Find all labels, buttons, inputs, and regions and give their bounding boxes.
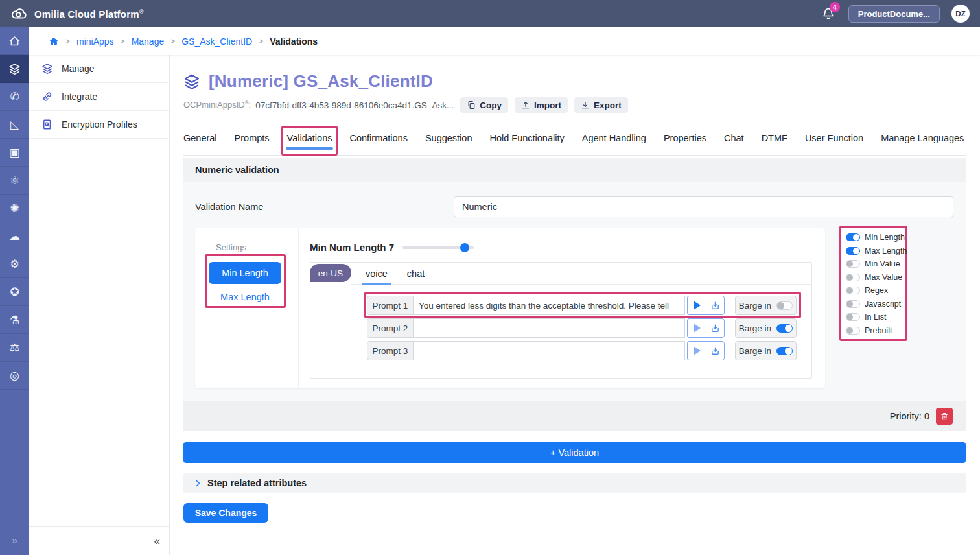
min-length-setting-button[interactable]: Min Length — [209, 262, 281, 284]
rail-experiments-icon[interactable]: ⚗ — [0, 306, 29, 334]
tab-suggestion[interactable]: Suggestion — [425, 125, 472, 155]
regex-toggle[interactable] — [846, 287, 860, 294]
prompt-3-barge-in[interactable]: Barge in — [735, 341, 797, 360]
prompt-1-barge-in[interactable]: Barge in — [735, 296, 797, 315]
step-related-attributes-expander[interactable]: Step related attributes — [183, 473, 966, 493]
tab-confirmations[interactable]: Confirmations — [349, 125, 407, 155]
language-tabs-column: en-US — [310, 263, 351, 378]
upload-icon — [521, 100, 530, 110]
toggle-row-prebuilt: Prebuilt — [846, 324, 905, 338]
rail-compliance-icon[interactable]: ⚖ — [0, 334, 29, 362]
max-length-setting-button[interactable]: Max Length — [209, 289, 281, 305]
validation-name-label: Validation Name — [195, 202, 454, 212]
rail-insights-icon[interactable]: ✺ — [0, 195, 29, 222]
tab-user-function[interactable]: User Function — [805, 125, 863, 155]
tab-validations[interactable]: Validations — [287, 125, 332, 155]
prompt-1-download-button[interactable] — [706, 296, 725, 315]
toggle-label: Max Length — [865, 246, 907, 255]
prompt-2-barge-toggle[interactable] — [776, 324, 793, 333]
prompt-2-input[interactable] — [414, 318, 685, 338]
experiments-icon: ⚗ — [10, 313, 19, 327]
prebuilt-toggle[interactable] — [846, 327, 860, 335]
copy-icon — [467, 100, 476, 110]
prompt-2-play-button[interactable] — [687, 318, 706, 338]
rail-home-icon[interactable] — [0, 27, 29, 55]
rail-user-admin-icon[interactable]: ⚙ — [0, 250, 29, 278]
sidebar-item-label: Integrate — [62, 91, 97, 102]
toggle-label: Regex — [865, 286, 888, 295]
prompt-3-input[interactable] — [414, 341, 685, 360]
download-icon — [581, 100, 590, 110]
breadcrumb-manage[interactable]: Manage — [132, 36, 165, 47]
breadcrumb-home-icon[interactable] — [49, 36, 59, 47]
prompt-1-play-button[interactable] — [687, 296, 706, 315]
tab-properties[interactable]: Properties — [664, 125, 706, 155]
tab-general[interactable]: General — [183, 125, 217, 155]
prompt-2-barge-in[interactable]: Barge in — [735, 318, 797, 338]
language-tab-en-us[interactable]: en-US — [310, 264, 351, 282]
export-button-label: Export — [594, 100, 622, 110]
channel-tab-voice[interactable]: voice — [364, 263, 390, 284]
min-length-toggle[interactable] — [846, 233, 860, 241]
min-num-length-slider[interactable] — [402, 243, 474, 252]
sidebar-collapse-chevrons-icon[interactable]: « — [29, 526, 169, 555]
sidebar-item-manage[interactable]: Manage — [29, 55, 169, 83]
user-avatar[interactable]: DZ — [951, 5, 970, 23]
add-validation-button[interactable]: + Validation — [183, 442, 966, 463]
min-value-toggle[interactable] — [846, 260, 860, 268]
product-docs-button[interactable]: ProductDocume... — [848, 5, 940, 23]
tab-agent-handling[interactable]: Agent Handling — [582, 125, 646, 155]
copy-button[interactable]: Copy — [460, 97, 508, 113]
javascript-toggle[interactable] — [846, 300, 860, 308]
validation-name-input[interactable] — [454, 196, 953, 217]
prompt-1-barge-toggle[interactable] — [776, 301, 793, 310]
export-button[interactable]: Export — [574, 97, 628, 113]
insights-icon: ✺ — [10, 202, 19, 215]
import-button[interactable]: Import — [515, 97, 568, 113]
delete-validation-button[interactable] — [936, 408, 953, 425]
design-tools-icon: ◺ — [10, 118, 19, 132]
sidebar-item-integrate[interactable]: Integrate — [29, 83, 169, 111]
toggle-row-min-length: Min Length — [846, 231, 905, 244]
notification-count-badge: 4 — [830, 2, 840, 12]
breadcrumb-miniapps[interactable]: miniApps — [76, 36, 114, 47]
copy-button-label: Copy — [480, 100, 502, 110]
user-admin-icon: ⚙ — [10, 257, 19, 271]
tab-manage-languages[interactable]: Manage Languages — [881, 125, 964, 155]
prompt-3-barge-toggle[interactable] — [776, 347, 793, 355]
sidebar-item-encryption-profiles[interactable]: Encryption Profiles — [29, 111, 169, 139]
prompt-3-play-button[interactable] — [687, 341, 706, 360]
rail-cloud-services-icon[interactable]: ☁ — [0, 222, 29, 250]
prompt-row-3: Prompt 3 Barge in — [367, 341, 797, 360]
breadcrumb-gs-ask-clientid[interactable]: GS_Ask_ClientID — [181, 36, 252, 47]
tab-prompts[interactable]: Prompts — [235, 125, 270, 155]
slider-thumb[interactable] — [460, 243, 469, 252]
tab-hold-functionality[interactable]: Hold Functionality — [489, 125, 564, 155]
channel-tab-chat[interactable]: chat — [405, 263, 426, 284]
rail-call-icon[interactable]: ✆ — [0, 83, 29, 111]
barge-in-label: Barge in — [739, 324, 771, 333]
tab-chat[interactable]: Chat — [724, 125, 744, 155]
max-value-toggle[interactable] — [846, 274, 860, 281]
tab-dtmf[interactable]: DTMF — [762, 125, 788, 155]
rail-transcriptions-icon[interactable]: ▣ — [0, 139, 29, 167]
icon-rail: ✆ ◺ ▣ ⚛ ✺ ☁ ⚙ ✪ ⚗ ⚖ ◎ » — [0, 27, 29, 555]
toggle-row-min-value: Min Value — [846, 257, 905, 271]
rail-orchestrator-icon[interactable]: ⚛ — [0, 167, 29, 195]
save-changes-button[interactable]: Save Changes — [183, 503, 268, 523]
rail-recordings-icon[interactable]: ◎ — [0, 362, 29, 390]
rail-quality-badge-icon[interactable]: ✪ — [0, 278, 29, 306]
rail-design-tools-icon[interactable]: ◺ — [0, 111, 29, 139]
validation-section-header: Numeric validation — [183, 158, 966, 182]
notifications-bell-icon[interactable]: 4 — [821, 6, 837, 21]
in-list-toggle[interactable] — [846, 313, 860, 321]
toggle-label: Prebuilt — [865, 326, 892, 335]
prompt-1-input[interactable] — [414, 296, 685, 315]
breadcrumb-current: Validations — [270, 36, 318, 47]
rail-miniapps-icon[interactable] — [0, 55, 29, 83]
breadcrumb-separator: > — [259, 37, 263, 46]
prompt-2-download-button[interactable] — [706, 318, 725, 338]
prompt-3-download-button[interactable] — [706, 341, 725, 360]
rail-expand-chevrons-icon[interactable]: » — [0, 526, 29, 555]
max-length-toggle[interactable] — [846, 247, 860, 255]
